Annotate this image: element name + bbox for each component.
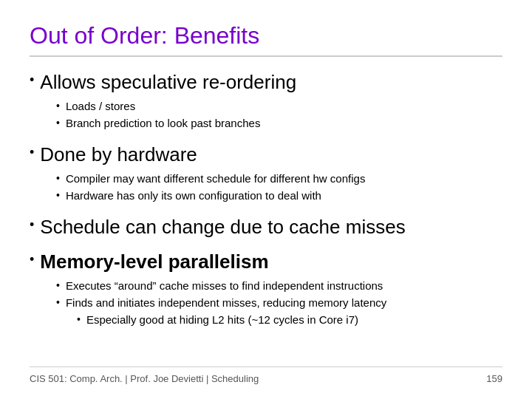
slide: Out of Order: Benefits • Allows speculat… bbox=[0, 0, 532, 399]
sub-bullets-2: • Compiler may want different schedule f… bbox=[56, 171, 502, 203]
bullet-dot-4-2-1: • bbox=[77, 313, 81, 325]
content-area: • Allows speculative re-ordering • Loads… bbox=[30, 70, 502, 366]
sub-bullets-1: • Loads / stores • Branch prediction to … bbox=[56, 98, 502, 131]
bullet-l2-1-2: • Branch prediction to look past branche… bbox=[56, 115, 502, 131]
section-1: • Allows speculative re-ordering • Loads… bbox=[30, 70, 502, 135]
bullet-dot-2: • bbox=[30, 144, 34, 161]
bullet-l1-4: • Memory-level parallelism bbox=[30, 250, 502, 275]
footer: CIS 501: Comp. Arch. | Prof. Joe Deviett… bbox=[30, 366, 502, 384]
footer-left: CIS 501: Comp. Arch. | Prof. Joe Deviett… bbox=[30, 373, 259, 384]
sub-sub-bullets-4-2: • Especially good at hiding L2 hits (~12… bbox=[77, 312, 502, 327]
slide-title: Out of Order: Benefits bbox=[30, 22, 502, 57]
bullet-dot-1: • bbox=[30, 72, 34, 89]
bullet-dot-1-1: • bbox=[56, 100, 60, 112]
bullet-text-1: Allows speculative re-ordering bbox=[40, 70, 296, 95]
bullet-dot-4: • bbox=[30, 251, 34, 268]
section-2: • Done by hardware • Compiler may want d… bbox=[30, 143, 502, 208]
bullet-l2-1-1: • Loads / stores bbox=[56, 98, 502, 114]
bullet-l1-1: • Allows speculative re-ordering bbox=[30, 70, 502, 95]
bullet-l3-4-2-1: • Especially good at hiding L2 hits (~12… bbox=[77, 312, 502, 327]
bullet-text-1-2: Branch prediction to look past branches bbox=[66, 115, 261, 131]
bullet-l1-3: • Schedule can change due to cache misse… bbox=[30, 215, 502, 240]
bullet-dot-2-2: • bbox=[56, 189, 60, 201]
bullet-l1-2: • Done by hardware bbox=[30, 143, 502, 168]
bullet-text-4: Memory-level parallelism bbox=[40, 250, 268, 275]
bullet-text-4-1: Executes “around” cache misses to find i… bbox=[66, 278, 383, 293]
bullet-text-2-1: Compiler may want different schedule for… bbox=[66, 171, 365, 186]
bullet-l2-2-1: • Compiler may want different schedule f… bbox=[56, 171, 502, 186]
bullet-l2-2-2: • Hardware has only its own configuratio… bbox=[56, 188, 502, 203]
bullet-dot-4-2: • bbox=[56, 296, 60, 308]
bullet-l2-4-2: • Finds and initiates independent misses… bbox=[56, 295, 502, 310]
bullet-dot-4-1: • bbox=[56, 279, 60, 291]
bullet-dot-1-2: • bbox=[56, 117, 60, 129]
bullet-dot-3: • bbox=[30, 216, 34, 233]
footer-page-number: 159 bbox=[486, 373, 502, 384]
bullet-text-3: Schedule can change due to cache misses bbox=[40, 215, 405, 240]
bullet-l2-4-1: • Executes “around” cache misses to find… bbox=[56, 278, 502, 293]
section-4: • Memory-level parallelism • Executes “a… bbox=[30, 250, 502, 332]
bullet-text-4-2: Finds and initiates independent misses, … bbox=[66, 295, 386, 310]
bullet-text-2-2: Hardware has only its own configuration … bbox=[66, 188, 321, 203]
bullet-text-4-2-1: Especially good at hiding L2 hits (~12 c… bbox=[86, 312, 358, 327]
sub-bullets-4: • Executes “around” cache misses to find… bbox=[56, 278, 502, 327]
bullet-dot-2-1: • bbox=[56, 172, 60, 184]
bullet-text-1-1: Loads / stores bbox=[66, 98, 135, 114]
section-3: • Schedule can change due to cache misse… bbox=[30, 215, 502, 243]
bullet-text-2: Done by hardware bbox=[40, 143, 197, 168]
